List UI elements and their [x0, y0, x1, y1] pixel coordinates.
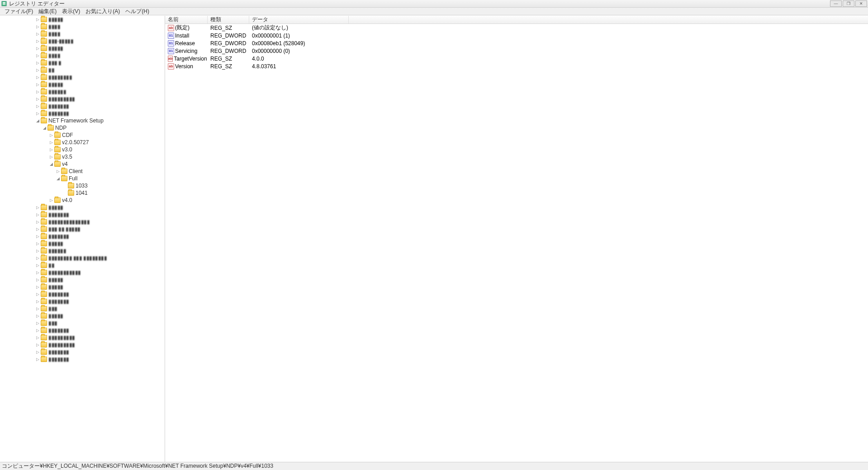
tree-item-blurred[interactable]: ▷▮▮▮▮ — [0, 30, 165, 38]
tree-item-blurred[interactable]: ▷▮▮▮▮▮▮▮▮ — [0, 74, 165, 81]
tree-ndp-v3-5[interactable]: ▷v3.5 — [0, 153, 165, 160]
tree-item-blurred[interactable]: ▷▮▮▮▮▮▮▮ — [0, 356, 165, 363]
tree-toggle-icon[interactable]: ▷ — [35, 31, 40, 37]
tree-item-blurred[interactable]: ▷▮▮ — [0, 66, 165, 74]
tree-full-1033[interactable]: 1033 — [0, 182, 165, 189]
tree-item-blurred[interactable]: ▷▮▮▮▮▮ — [0, 81, 165, 88]
tree-item-blurred[interactable]: ▷▮▮▮▮▮ — [0, 16, 165, 23]
tree-item-blurred[interactable]: ▷▮▮▮▮▮ — [0, 240, 165, 247]
tree-item-blurred[interactable]: ▷▮▮▮▮▮▮▮ — [0, 348, 165, 356]
tree-item-blurred[interactable]: ▷▮▮▮ ▮▮ ▮▮▮▮▮ — [0, 226, 165, 233]
tree-toggle-icon[interactable]: ▷ — [35, 67, 40, 73]
tree-toggle-icon[interactable]: ◢ — [35, 118, 40, 123]
tree-item-blurred[interactable]: ▷▮▮▮▮▮▮▮▮▮ — [0, 95, 165, 103]
tree-item-blurred[interactable]: ▷▮▮ — [0, 262, 165, 269]
tree-item-blurred[interactable]: ▷▮▮▮▮▮▮▮▮▮ — [0, 334, 165, 341]
tree-item-blurred[interactable]: ▷▮▮▮ ▮ — [0, 59, 165, 66]
tree-toggle-icon[interactable]: ▷ — [48, 147, 54, 152]
tree-v4-client[interactable]: ▷Client — [0, 168, 165, 175]
tree-toggle-icon[interactable]: ▷ — [35, 46, 40, 51]
tree-toggle-icon[interactable]: ▷ — [35, 226, 40, 232]
tree-toggle-icon[interactable]: ▷ — [35, 277, 40, 282]
menu-file[interactable]: ファイル(F) — [2, 8, 36, 15]
tree-item-blurred[interactable]: ▷▮▮▮▮▮ — [0, 312, 165, 320]
tree-toggle-icon[interactable]: ▷ — [35, 342, 40, 348]
tree-item-blurred[interactable]: ▷▮▮▮▮▮▮▮ — [0, 327, 165, 334]
tree-full-1041[interactable]: 1041 — [0, 189, 165, 197]
tree-toggle-icon[interactable]: ▷ — [35, 212, 40, 217]
tree-toggle-icon[interactable]: ▷ — [35, 299, 40, 304]
tree-item-blurred[interactable]: ▷▮▮▮▮▮▮▮▮ ▮▮▮ ▮▮▮▮▮▮▮▮ — [0, 254, 165, 262]
tree-toggle-icon[interactable]: ▷ — [35, 234, 40, 239]
tree-item-blurred[interactable]: ▷▮▮▮▮▮▮▮ — [0, 110, 165, 117]
tree-toggle-icon[interactable]: ▷ — [35, 313, 40, 319]
tree-item-blurred[interactable]: ▷▮▮▮▮▮▮▮ — [0, 211, 165, 218]
tree-item-blurred[interactable]: ▷▮▮▮▮▮▮▮▮▮▮▮▮▮▮ — [0, 218, 165, 226]
tree-toggle-icon[interactable]: ▷ — [35, 82, 40, 87]
tree-toggle-icon[interactable]: ◢ — [42, 125, 47, 131]
registry-value-row[interactable]: abTargetVersionREG_SZ4.0.0 — [165, 55, 868, 62]
menu-favorites[interactable]: お気に入り(A) — [83, 8, 123, 15]
tree-toggle-icon[interactable]: ▷ — [35, 291, 40, 297]
tree-v4-0[interactable]: ▷v4.0 — [0, 197, 165, 204]
column-name[interactable]: 名前 — [165, 16, 208, 24]
tree-toggle-icon[interactable]: ▷ — [35, 328, 40, 333]
tree-toggle-icon[interactable]: ▷ — [35, 24, 40, 29]
tree-toggle-icon[interactable]: ▷ — [35, 335, 40, 340]
tree-toggle-icon[interactable]: ▷ — [35, 306, 40, 311]
tree-item-blurred[interactable]: ▷▮▮▮▮ — [0, 52, 165, 59]
maximize-button[interactable]: ❐ — [843, 0, 854, 7]
tree-toggle-icon[interactable]: ▷ — [35, 53, 40, 58]
tree-toggle-icon[interactable]: ◢ — [48, 161, 54, 167]
tree-item-blurred[interactable]: ▷▮▮▮▮▮▮▮▮▮ — [0, 341, 165, 348]
tree-item-blurred[interactable]: ▷▮▮▮▮▮▮ — [0, 247, 165, 254]
tree-item-blurred[interactable]: ▷▮▮▮▮▮ — [0, 276, 165, 283]
tree-toggle-icon[interactable]: ▷ — [35, 96, 40, 102]
tree-item-blurred[interactable]: ▷▮▮▮▮▮ — [0, 283, 165, 291]
tree-toggle-icon[interactable]: ▷ — [35, 270, 40, 275]
tree-ndp-v2-0-50727[interactable]: ▷v2.0.50727 — [0, 139, 165, 146]
minimize-button[interactable]: — — [830, 0, 842, 7]
tree-ndp[interactable]: ◢NDP — [0, 124, 165, 132]
tree-toggle-icon[interactable]: ◢ — [55, 176, 61, 181]
tree-item-blurred[interactable]: ▷▮▮▮▮▮▮ — [0, 88, 165, 95]
tree-toggle-icon[interactable]: ▷ — [48, 197, 54, 203]
tree-item-blurred[interactable]: ▷▮▮▮▮▮▮▮ — [0, 103, 165, 110]
tree-item-blurred[interactable]: ▷▮▮▮▮▮▮▮ — [0, 291, 165, 298]
tree-net-framework-setup[interactable]: ◢NET Framework Setup — [0, 117, 165, 124]
menu-help[interactable]: ヘルプ(H) — [123, 8, 152, 15]
tree-item-blurred[interactable]: ▷▮▮▮▮▮ — [0, 204, 165, 211]
tree-toggle-icon[interactable]: ▷ — [35, 241, 40, 246]
tree-toggle-icon[interactable]: ▷ — [35, 219, 40, 225]
tree-toggle-icon[interactable]: ▷ — [35, 103, 40, 109]
registry-value-row[interactable]: 01ReleaseREG_DWORD0x00080eb1 (528049) — [165, 39, 868, 47]
list-panel[interactable]: 名前 種類 データ ab(既定)REG_SZ(値の設定なし)01InstallR… — [165, 16, 868, 462]
tree-toggle-icon[interactable]: ▷ — [48, 132, 54, 138]
column-type[interactable]: 種類 — [208, 16, 249, 24]
tree-ndp-v3-0[interactable]: ▷v3.0 — [0, 146, 165, 153]
tree-toggle-icon[interactable]: ▷ — [48, 140, 54, 145]
menu-edit[interactable]: 編集(E) — [36, 8, 59, 15]
tree-toggle-icon[interactable]: ▷ — [35, 255, 40, 261]
tree-toggle-icon[interactable]: ▷ — [35, 60, 40, 66]
tree-toggle-icon[interactable]: ▷ — [35, 263, 40, 268]
tree-toggle-icon[interactable]: ▷ — [35, 320, 40, 326]
tree-item-blurred[interactable]: ▷▮▮▮▮▮▮▮▮▮▮▮ — [0, 269, 165, 276]
menu-view[interactable]: 表示(V) — [59, 8, 83, 15]
tree-toggle-icon[interactable]: ▷ — [35, 248, 40, 254]
tree-v4-full[interactable]: ◢Full — [0, 175, 165, 182]
tree-item-blurred[interactable]: ▷▮▮▮▮ — [0, 23, 165, 30]
tree-toggle-icon[interactable]: ▷ — [35, 111, 40, 116]
registry-value-row[interactable]: abVersionREG_SZ4.8.03761 — [165, 62, 868, 70]
tree-panel[interactable]: ▷▮▮▮▮▮▷▮▮▮▮▷▮▮▮▮▷▮▮▮-▮▮▮▮▮▷▮▮▮▮▮▷▮▮▮▮▷▮▮… — [0, 16, 165, 462]
tree-ndp-CDF[interactable]: ▷CDF — [0, 132, 165, 139]
tree-toggle-icon[interactable]: ▷ — [55, 169, 61, 174]
tree-toggle-icon[interactable]: ▷ — [35, 349, 40, 355]
tree-item-blurred[interactable]: ▷▮▮▮ — [0, 305, 165, 312]
tree-v4[interactable]: ◢v4 — [0, 160, 165, 168]
registry-value-row[interactable]: ab(既定)REG_SZ(値の設定なし) — [165, 24, 868, 32]
tree-item-blurred[interactable]: ▷▮▮▮▮▮▮▮ — [0, 233, 165, 240]
registry-value-row[interactable]: 01InstallREG_DWORD0x00000001 (1) — [165, 32, 868, 39]
tree-toggle-icon[interactable]: ▷ — [48, 154, 54, 160]
tree-toggle-icon[interactable]: ▷ — [35, 75, 40, 80]
